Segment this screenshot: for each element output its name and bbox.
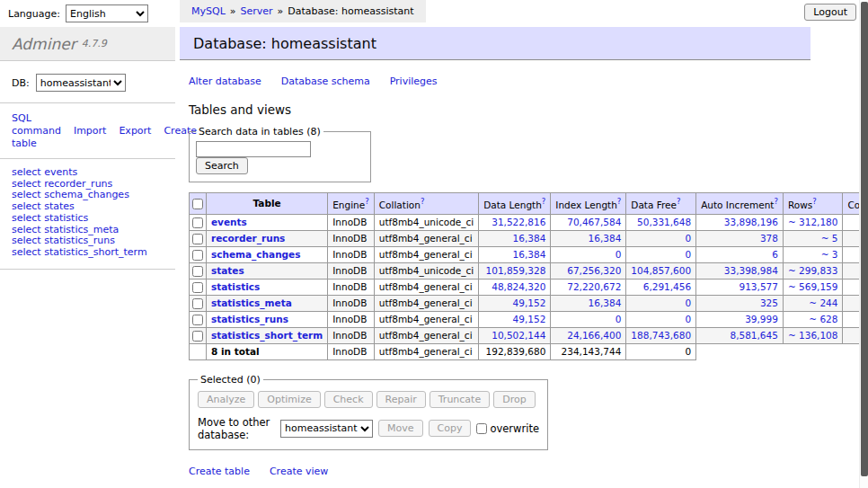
table-name-link[interactable]: states bbox=[211, 265, 244, 276]
data-length-link[interactable]: 49,152 bbox=[513, 297, 546, 308]
breadcrumb-item-mysql[interactable]: MySQL bbox=[191, 5, 226, 17]
help-icon[interactable]: ? bbox=[812, 197, 817, 206]
row-checkbox[interactable] bbox=[192, 217, 203, 228]
data-free-link[interactable]: 104,857,600 bbox=[631, 265, 691, 276]
sidebar-select-statistics-short-term-link[interactable]: select statistics_short_term bbox=[12, 247, 164, 259]
rows-link[interactable]: ~ 5 bbox=[821, 233, 838, 244]
breadcrumb-item-server[interactable]: Server bbox=[241, 5, 273, 17]
app-version[interactable]: 4.7.9 bbox=[82, 38, 107, 49]
breadcrumb: MySQL»Server»Database: homeassistant bbox=[180, 0, 426, 22]
table-name-link[interactable]: events bbox=[211, 217, 247, 227]
row-checkbox[interactable] bbox=[192, 331, 203, 342]
index-length-link[interactable]: 70,467,584 bbox=[567, 217, 621, 227]
select-all-checkbox[interactable] bbox=[192, 199, 203, 209]
copy-button[interactable]: Copy bbox=[429, 420, 472, 437]
auto-increment-link[interactable]: 39,999 bbox=[745, 314, 778, 324]
rows-link[interactable]: ~ 299,833 bbox=[788, 265, 838, 276]
privileges-link[interactable]: Privileges bbox=[390, 75, 438, 87]
help-icon[interactable]: ? bbox=[617, 197, 622, 206]
auto-increment-link[interactable]: 325 bbox=[760, 297, 778, 308]
row-checkbox[interactable] bbox=[192, 266, 203, 277]
rows-link[interactable]: ~ 3 bbox=[821, 249, 838, 260]
row-checkbox[interactable] bbox=[192, 234, 203, 244]
sidebar-select-statistics-link[interactable]: select statistics bbox=[12, 213, 164, 225]
data-length-link[interactable]: 16,384 bbox=[513, 233, 546, 244]
index-length-link[interactable]: 72,220,672 bbox=[567, 281, 621, 292]
index-length-link[interactable]: 67,256,320 bbox=[567, 265, 621, 276]
import-link[interactable]: Import bbox=[74, 125, 107, 137]
auto-increment-link[interactable]: 6 bbox=[772, 249, 778, 260]
help-icon[interactable]: ? bbox=[677, 197, 681, 206]
data-free-link[interactable]: 188,743,680 bbox=[631, 330, 691, 341]
rows-link[interactable]: ~ 628 bbox=[809, 314, 837, 324]
data-length-link[interactable]: 31,522,816 bbox=[492, 217, 545, 227]
index-length-link[interactable]: 16,384 bbox=[589, 297, 622, 308]
scrollbar[interactable] bbox=[859, 0, 868, 488]
auto-increment-link[interactable]: 33,398,984 bbox=[724, 265, 778, 276]
search-input[interactable] bbox=[196, 141, 311, 157]
scrollbar-thumb[interactable] bbox=[861, 2, 868, 476]
data-free-link[interactable]: 0 bbox=[685, 297, 691, 308]
export-link[interactable]: Export bbox=[119, 125, 151, 137]
auto-increment-link[interactable]: 33,898,196 bbox=[724, 217, 778, 227]
help-icon[interactable]: ? bbox=[421, 197, 425, 206]
table-name-link[interactable]: statistics_short_term bbox=[211, 330, 323, 341]
drop-button[interactable]: Drop bbox=[493, 391, 535, 408]
help-icon[interactable]: ? bbox=[542, 197, 546, 206]
data-free-link[interactable]: 0 bbox=[685, 233, 691, 244]
search-button[interactable]: Search bbox=[196, 157, 248, 174]
row-checkbox-cell bbox=[190, 295, 207, 311]
rows-link[interactable]: ~ 136,108 bbox=[788, 330, 838, 341]
help-icon[interactable]: ? bbox=[774, 197, 778, 206]
row-checkbox[interactable] bbox=[192, 282, 203, 293]
row-checkbox[interactable] bbox=[192, 315, 203, 325]
analyze-button[interactable]: Analyze bbox=[198, 391, 254, 408]
table-name-link[interactable]: statistics_runs bbox=[211, 314, 288, 324]
move-button[interactable]: Move bbox=[378, 420, 423, 437]
data-free-link[interactable]: 0 bbox=[685, 249, 691, 260]
data-length-link[interactable]: 16,384 bbox=[513, 249, 546, 260]
data-free-link[interactable]: 50,331,648 bbox=[637, 217, 691, 227]
auto-increment-link[interactable]: 378 bbox=[760, 233, 778, 244]
row-checkbox[interactable] bbox=[192, 298, 203, 309]
tables-table: TableEngine?Collation?Data Length?Index … bbox=[189, 192, 868, 360]
db-select[interactable]: homeassistant bbox=[36, 74, 126, 92]
data-length-link[interactable]: 48,824,320 bbox=[492, 281, 545, 292]
alter-database-link[interactable]: Alter database bbox=[189, 75, 261, 87]
table-name-link[interactable]: statistics_meta bbox=[211, 297, 292, 308]
logout-button[interactable]: Logout bbox=[804, 4, 856, 21]
overwrite-checkbox[interactable] bbox=[476, 423, 487, 434]
data-length-link[interactable]: 101,859,328 bbox=[486, 265, 546, 276]
table-name-link[interactable]: recorder_runs bbox=[211, 233, 285, 244]
index-length-link[interactable]: 16,384 bbox=[589, 233, 622, 244]
sidebar-select-states-link[interactable]: select states bbox=[12, 201, 164, 213]
table-name-link[interactable]: statistics bbox=[211, 281, 260, 292]
move-db-select[interactable]: homeassistant bbox=[280, 420, 373, 438]
check-button[interactable]: Check bbox=[324, 391, 373, 408]
repair-button[interactable]: Repair bbox=[376, 391, 426, 408]
database-schema-link[interactable]: Database schema bbox=[281, 75, 370, 87]
language-select[interactable]: English bbox=[66, 4, 148, 22]
rows-link[interactable]: ~ 244 bbox=[809, 297, 837, 308]
index-length-link[interactable]: 24,166,400 bbox=[567, 330, 621, 341]
rows-link[interactable]: ~ 569,159 bbox=[788, 281, 838, 292]
row-checkbox[interactable] bbox=[192, 250, 203, 261]
data-length-link[interactable]: 10,502,144 bbox=[492, 330, 545, 341]
table-name-link[interactable]: schema_changes bbox=[211, 249, 301, 260]
rows-link[interactable]: ~ 312,180 bbox=[788, 217, 838, 227]
auto-increment-link[interactable]: 913,577 bbox=[740, 281, 778, 292]
help-icon[interactable]: ? bbox=[365, 197, 369, 206]
data-length-link[interactable]: 49,152 bbox=[513, 314, 546, 324]
index-length-link[interactable]: 0 bbox=[616, 314, 622, 324]
create-view-link[interactable]: Create view bbox=[270, 466, 328, 477]
sidebar-select-events-link[interactable]: select events bbox=[12, 167, 164, 179]
data-free-link[interactable]: 6,291,456 bbox=[643, 281, 691, 292]
data-free-link[interactable]: 0 bbox=[685, 314, 691, 324]
column-header-index-length: Index Length? bbox=[551, 193, 626, 215]
create-table-link[interactable]: Create table bbox=[189, 466, 250, 477]
truncate-button[interactable]: Truncate bbox=[430, 391, 490, 408]
sql-command-link[interactable]: SQL command bbox=[12, 112, 61, 137]
index-length-link[interactable]: 0 bbox=[616, 249, 622, 260]
optimize-button[interactable]: Optimize bbox=[258, 391, 320, 408]
auto-increment-link[interactable]: 8,581,645 bbox=[730, 330, 777, 341]
